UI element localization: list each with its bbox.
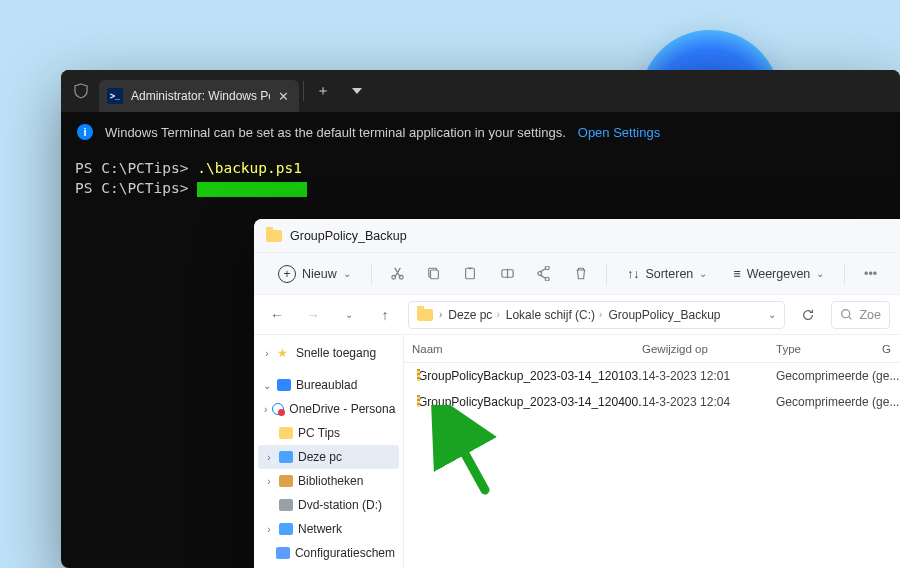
svg-rect-1: [466, 268, 475, 279]
chevron-down-icon[interactable]: ⌄: [768, 309, 776, 320]
tab-dropdown-button[interactable]: [342, 76, 372, 106]
window-title: GroupPolicy_Backup: [290, 229, 407, 243]
up-button[interactable]: ↑: [372, 302, 398, 328]
powershell-icon: >_: [107, 88, 123, 104]
divider: [371, 263, 372, 285]
explorer-window: GroupPolicy_Backup + Nieuw ⌄ ↑↓ Sorteren…: [254, 219, 900, 568]
breadcrumb-item[interactable]: Lokale schijf (C:)›: [506, 308, 603, 322]
column-modified[interactable]: Gewijzigd op: [642, 343, 776, 355]
folder-icon: [417, 309, 433, 321]
explorer-body: ›★Snelle toegang ⌄Bureaublad ›OneDrive -…: [254, 335, 900, 568]
refresh-button[interactable]: [795, 302, 821, 328]
chevron-down-icon: ⌄: [699, 268, 707, 279]
file-row[interactable]: GroupPolicyBackup_2023-03-14_120103.zip …: [404, 363, 900, 389]
back-button[interactable]: ←: [264, 302, 290, 328]
open-settings-link[interactable]: Open Settings: [578, 125, 660, 140]
file-list-pane: Naam Gewijzigd op Type G GroupPolicyBack…: [404, 335, 900, 568]
new-label: Nieuw: [302, 267, 337, 281]
search-placeholder: Zoe: [859, 308, 881, 322]
column-headers[interactable]: Naam Gewijzigd op Type G: [404, 335, 900, 363]
tree-this-pc[interactable]: ›Deze pc: [258, 445, 399, 469]
chevron-down-icon: ⌄: [816, 268, 824, 279]
file-row[interactable]: GroupPolicyBackup_2023-03-14_120400.zip …: [404, 389, 900, 415]
terminal-body[interactable]: PS C:\PCTips> .\backup.ps1 PS C:\PCTips>: [61, 152, 900, 205]
svg-rect-0: [430, 270, 438, 279]
command: .\backup.ps1: [197, 160, 302, 176]
terminal-info-bar: i Windows Terminal can be set as the def…: [61, 112, 900, 152]
divider: [844, 263, 845, 285]
divider: [303, 81, 304, 101]
svg-point-4: [842, 310, 850, 318]
breadcrumb-bar[interactable]: › Deze pc› Lokale schijf (C:)› GroupPoli…: [408, 301, 785, 329]
info-text: Windows Terminal can be set as the defau…: [105, 125, 566, 140]
svg-rect-2: [469, 267, 473, 269]
terminal-line: PS C:\PCTips> .\backup.ps1: [75, 158, 886, 178]
column-name[interactable]: Naam: [412, 343, 642, 355]
new-tab-button[interactable]: ＋: [308, 76, 338, 106]
view-button[interactable]: ≡ Weergeven ⌄: [723, 259, 834, 289]
forward-button[interactable]: →: [300, 302, 326, 328]
column-size[interactable]: G: [882, 343, 900, 355]
tree-quick-access[interactable]: ›★Snelle toegang: [258, 341, 399, 365]
share-button[interactable]: [529, 259, 560, 289]
cursor: [197, 182, 307, 197]
tree-libraries[interactable]: ›Bibliotheken: [258, 469, 399, 493]
prompt: PS C:\PCTips>: [75, 180, 197, 196]
terminal-titlebar: >_ Administrator: Windows Powe ✕ ＋: [61, 70, 900, 112]
explorer-toolbar: + Nieuw ⌄ ↑↓ Sorteren ⌄ ≡ Weergeven ⌄ ••…: [254, 253, 900, 295]
close-tab-button[interactable]: ✕: [278, 89, 289, 104]
navigation-pane[interactable]: ›★Snelle toegang ⌄Bureaublad ›OneDrive -…: [254, 335, 404, 568]
tree-dvd[interactable]: Dvd-station (D:): [258, 493, 399, 517]
terminal-line: PS C:\PCTips>: [75, 178, 886, 198]
search-box[interactable]: Zoe: [831, 301, 890, 329]
explorer-address-bar: ← → ⌄ ↑ › Deze pc› Lokale schijf (C:)› G…: [254, 295, 900, 335]
delete-button[interactable]: [565, 259, 596, 289]
cut-button[interactable]: [382, 259, 413, 289]
paste-button[interactable]: [455, 259, 486, 289]
new-button[interactable]: + Nieuw ⌄: [268, 259, 361, 289]
column-type[interactable]: Type: [776, 343, 882, 355]
prompt: PS C:\PCTips>: [75, 160, 197, 176]
tree-onedrive[interactable]: ›OneDrive - Persona: [258, 397, 399, 421]
plus-icon: +: [278, 265, 296, 283]
info-icon: i: [77, 124, 93, 140]
breadcrumb-item[interactable]: GroupPolicy_Backup: [608, 308, 720, 322]
chevron-down-icon: ⌄: [343, 268, 351, 279]
explorer-titlebar[interactable]: GroupPolicy_Backup: [254, 219, 900, 253]
search-icon: [840, 308, 853, 321]
tree-desktop[interactable]: ⌄Bureaublad: [258, 373, 399, 397]
tree-pctips[interactable]: PC Tips: [258, 421, 399, 445]
tree-network[interactable]: ›Netwerk: [258, 517, 399, 541]
view-icon: ≡: [733, 267, 740, 281]
tree-config[interactable]: Configuratieschem: [258, 541, 399, 565]
sort-label: Sorteren: [645, 267, 693, 281]
tab-title: Administrator: Windows Powe: [131, 89, 270, 103]
chevron-right-icon: ›: [439, 309, 442, 320]
view-label: Weergeven: [747, 267, 811, 281]
recent-locations-button[interactable]: ⌄: [336, 302, 362, 328]
sort-icon: ↑↓: [627, 267, 640, 281]
terminal-tab[interactable]: >_ Administrator: Windows Powe ✕: [99, 80, 299, 112]
sort-button[interactable]: ↑↓ Sorteren ⌄: [617, 259, 717, 289]
divider: [606, 263, 607, 285]
shield-icon: [67, 83, 95, 99]
folder-icon: [266, 230, 282, 242]
breadcrumb-item[interactable]: Deze pc›: [448, 308, 499, 322]
more-button[interactable]: •••: [855, 259, 886, 289]
copy-button[interactable]: [418, 259, 449, 289]
rename-button[interactable]: [492, 259, 523, 289]
